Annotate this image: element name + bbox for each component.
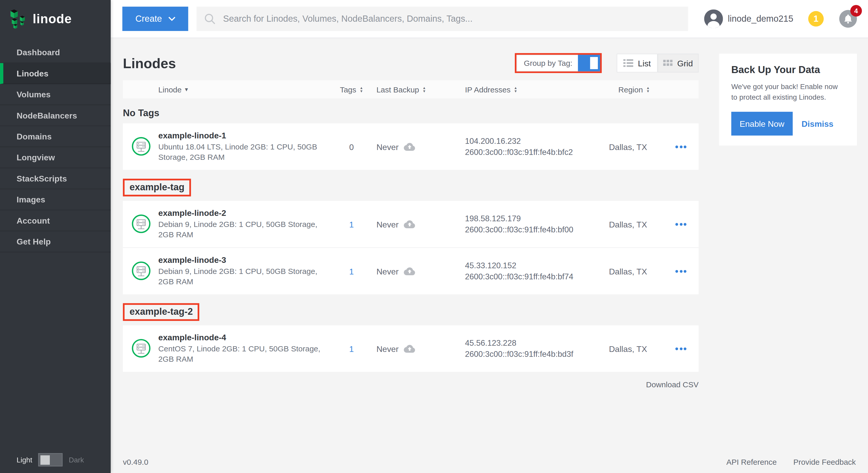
sort-icon: ▲▼	[646, 86, 650, 93]
column-header-label: Linode	[158, 85, 182, 94]
footer: v0.49.0 API Reference Provide Feedback	[123, 458, 856, 466]
list-view-button[interactable]: List	[617, 54, 658, 73]
content-column: Linodes Group by Tag:	[123, 38, 699, 390]
linode-name-link[interactable]: example-linode-1	[158, 131, 327, 140]
column-header-linode[interactable]: Linode ▾	[158, 85, 327, 94]
ellipsis-menu-icon	[675, 270, 678, 273]
sidebar-item-dashboard[interactable]: Dashboard	[0, 42, 111, 63]
column-header-label: Region	[618, 85, 643, 94]
user-area: linode_demo215 1 4	[704, 9, 857, 28]
sidebar-item-label: Linodes	[17, 69, 48, 78]
create-button-label: Create	[135, 14, 162, 24]
tags-cell: 1	[327, 266, 376, 276]
linode-cloud-manager: linode DashboardLinodesVolumesNodeBalanc…	[0, 0, 868, 473]
grid-view-button[interactable]: Grid	[658, 54, 699, 73]
avatar-icon[interactable]	[704, 9, 723, 28]
theme-light-label: Light	[17, 456, 32, 464]
sidebar-item-stackscripts[interactable]: StackScripts	[0, 168, 111, 189]
theme-toggle: Light Dark	[0, 453, 127, 466]
ipv6-address: 2600:3c00::f03c:91ff:fe4b:bf74	[465, 271, 609, 282]
theme-dark-label: Dark	[69, 456, 84, 464]
ip-addresses-cell: 45.33.120.1522600:3c00::f03c:91ff:fe4b:b…	[465, 260, 609, 282]
sidebar-item-longview[interactable]: Longview	[0, 147, 111, 168]
linode-status-icon	[131, 261, 151, 281]
row-actions-menu[interactable]	[675, 270, 699, 273]
linode-name-link[interactable]: example-linode-4	[158, 333, 327, 342]
ipv6-address: 2600:3c00::f03c:91ff:fe4b:bfc2	[465, 147, 609, 158]
sidebar-item-images[interactable]: Images	[0, 189, 111, 210]
linode-group-card: example-linode-4CentOS 7, Linode 2GB: 1 …	[123, 325, 699, 372]
sidebar-item-volumes[interactable]: Volumes	[0, 84, 111, 105]
theme-switch[interactable]	[38, 453, 63, 466]
linode-row: example-linode-3Debian 9, Linode 2GB: 1 …	[123, 247, 699, 294]
sidebar-item-domains[interactable]: Domains	[0, 126, 111, 147]
page-head: Linodes Group by Tag:	[123, 54, 699, 73]
download-csv-link[interactable]: Download CSV	[646, 380, 699, 389]
main-area: Linodes Group by Tag:	[111, 38, 868, 473]
column-header-label: Last Backup	[376, 85, 419, 94]
column-header-last-backup[interactable]: Last Backup ▲▼	[376, 85, 465, 94]
tag-group-heading-annotated: example-tag-2	[123, 303, 199, 321]
table-header: Linode ▾ Tags ▲▼ Last Backup ▲▼ IP Addre…	[123, 80, 699, 99]
last-backup-cell: Never	[376, 219, 465, 229]
sidebar-item-label: Account	[17, 216, 50, 225]
sidebar-item-label: Dashboard	[17, 47, 60, 57]
linode-logo[interactable]: linode	[0, 0, 111, 38]
dismiss-link[interactable]: Dismiss	[802, 119, 833, 128]
last-backup-cell: Never	[376, 266, 465, 276]
linode-row: example-linode-1Ubuntu 18.04 LTS, Linode…	[123, 124, 699, 170]
sidebar-item-label: StackScripts	[17, 174, 67, 183]
group-by-tag-label: Group by Tag:	[517, 55, 578, 71]
create-button[interactable]: Create	[122, 7, 188, 31]
search-input[interactable]	[222, 13, 680, 24]
sidebar-item-account[interactable]: Account	[0, 210, 111, 231]
tags-count-link[interactable]: 1	[349, 219, 354, 229]
ellipsis-menu-icon	[684, 145, 686, 148]
linode-status-icon	[131, 338, 151, 358]
column-header-region[interactable]: Region ▲▼	[609, 85, 675, 94]
backup-card: Back Up Your Data We've got your back! E…	[719, 54, 857, 146]
ipv4-address: 198.58.125.179	[465, 213, 609, 224]
api-reference-link[interactable]: API Reference	[726, 458, 777, 466]
linode-name-link[interactable]: example-linode-3	[158, 255, 327, 264]
linode-name-cell: example-linode-4CentOS 7, Linode 2GB: 1 …	[158, 333, 327, 365]
last-backup-value: Never	[376, 344, 399, 353]
column-header-ip-addresses[interactable]: IP Addresses ▲▼	[465, 85, 609, 94]
region-cell: Dallas, TX	[609, 266, 675, 276]
notifications-button[interactable]: 4	[839, 10, 857, 28]
linode-row: example-linode-2Debian 9, Linode 2GB: 1 …	[123, 201, 699, 247]
linode-name-cell: example-linode-2Debian 9, Linode 2GB: 1 …	[158, 208, 327, 240]
ellipsis-menu-icon	[684, 223, 686, 226]
sidebar-item-nodebalancers[interactable]: NodeBalancers	[0, 105, 111, 126]
linode-wordmark: linode	[33, 11, 72, 26]
row-actions-menu[interactable]	[675, 145, 699, 148]
ellipsis-menu-icon	[679, 270, 682, 273]
column-header-tags[interactable]: Tags ▲▼	[327, 85, 376, 94]
region-cell: Dallas, TX	[609, 344, 675, 353]
group-by-tag-control: Group by Tag:	[517, 55, 600, 71]
linode-status-cell	[123, 261, 158, 281]
provide-feedback-link[interactable]: Provide Feedback	[793, 458, 856, 466]
enable-now-button[interactable]: Enable Now	[731, 112, 793, 136]
linode-name-link[interactable]: example-linode-2	[158, 208, 327, 217]
region-cell: Dallas, TX	[609, 219, 675, 229]
ipv4-address: 45.56.123.228	[465, 337, 609, 348]
backup-upload-icon	[404, 344, 416, 353]
tags-count-link[interactable]: 1	[349, 266, 354, 276]
group-by-tag-toggle[interactable]	[578, 55, 600, 71]
sort-icon: ▲▼	[360, 86, 363, 93]
bell-icon	[844, 14, 852, 24]
username[interactable]: linode_demo215	[728, 14, 793, 24]
ellipsis-menu-icon	[679, 145, 682, 148]
ipv6-address: 2600:3c00::f03c:91ff:fe4b:bf00	[465, 224, 609, 235]
row-actions-menu[interactable]	[675, 223, 699, 226]
sidebar-item-get-help[interactable]: Get Help	[0, 231, 111, 252]
tags-count-link[interactable]: 1	[349, 344, 354, 353]
group-by-tag-annotation: Group by Tag:	[515, 53, 602, 73]
sidebar-item-linodes[interactable]: Linodes	[0, 63, 111, 84]
pending-badge[interactable]: 1	[808, 11, 824, 27]
grid-view-icon	[663, 60, 673, 66]
row-actions-menu[interactable]	[675, 347, 699, 350]
linode-groups: No Tagsexample-linode-1Ubuntu 18.04 LTS,…	[123, 108, 699, 372]
linode-logo-icon	[10, 8, 28, 29]
